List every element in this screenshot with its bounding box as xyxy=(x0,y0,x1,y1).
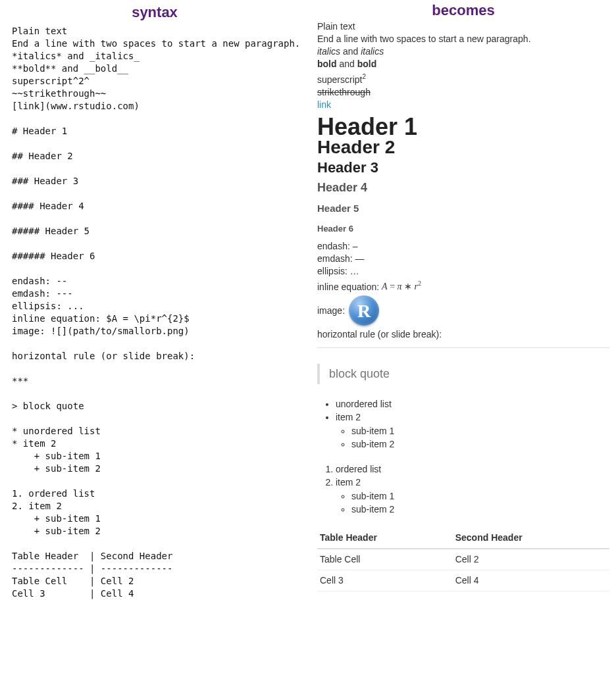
ol-i2: item 2 xyxy=(336,477,361,488)
src-h5: ##### Header 5 xyxy=(12,226,90,236)
horizontal-rule xyxy=(317,347,609,348)
src-ul2: * item 2 xyxy=(12,438,56,449)
list-item: sub-item 2 xyxy=(351,438,609,451)
src-italics: *italics* and _italics_ xyxy=(12,51,140,61)
out-h4: Header 4 xyxy=(317,182,609,194)
rendered-column: becomes Plain text End a line with two s… xyxy=(311,0,609,600)
out-and-1: and xyxy=(340,46,361,57)
out-eq-pi: π xyxy=(398,282,402,291)
out-ordered-list: ordered list item 2 sub-item 1 sub-item … xyxy=(317,463,609,517)
td: Table Cell xyxy=(317,549,453,570)
src-h2: ## Header 2 xyxy=(12,151,73,161)
syntax-code-block: Plain text End a line with two spaces to… xyxy=(12,25,297,600)
out-super-base: superscript xyxy=(317,74,362,85)
src-ol1: 1. ordered list xyxy=(12,488,95,499)
out-ellipsis: ellipsis: … xyxy=(317,265,609,278)
syntax-heading: syntax xyxy=(12,0,297,25)
src-hr-mark: *** xyxy=(12,376,28,386)
ol-s2: sub-item 2 xyxy=(351,504,394,514)
out-italics-2: italics xyxy=(361,46,384,57)
out-bold-1: bold xyxy=(317,59,337,69)
src-link: [link](www.rstudio.com) xyxy=(12,101,140,111)
src-hr-label: horizontal rule (or slide break): xyxy=(12,351,195,361)
becomes-heading: becomes xyxy=(317,0,609,20)
out-h5: Header 5 xyxy=(317,202,609,214)
src-ol-s2: + sub-item 2 xyxy=(12,526,101,536)
list-item: item 2 sub-item 1 sub-item 2 xyxy=(336,476,609,516)
src-h1: # Header 1 xyxy=(12,126,67,136)
out-italics-line: italics and italics xyxy=(317,45,609,58)
out-eq-exp: 2 xyxy=(418,280,421,288)
ul-i2: item 2 xyxy=(336,412,361,422)
out-link-line: link xyxy=(317,99,609,111)
src-ul1: * unordered list xyxy=(12,426,101,436)
list-item: sub-item 1 xyxy=(351,490,609,503)
src-h6: ###### Header 6 xyxy=(12,251,95,261)
th-2: Second Header xyxy=(453,528,609,549)
out-image-label: image: xyxy=(317,305,345,317)
ul-i1: unordered list xyxy=(336,399,392,409)
out-and-2: and xyxy=(337,59,357,69)
out-h2: Header 2 xyxy=(317,141,609,153)
src-tr2: Cell 3 | Cell 4 xyxy=(12,588,134,599)
out-h3: Header 3 xyxy=(317,161,609,174)
src-image: image: ![](path/to/smallorb.png) xyxy=(12,326,190,336)
out-h1: Header 1 xyxy=(317,120,609,133)
src-plain2: End a line with two spaces to start a ne… xyxy=(12,38,300,49)
out-endash: endash: – xyxy=(317,240,609,253)
td: Cell 2 xyxy=(453,549,609,570)
ul-s2: sub-item 2 xyxy=(351,439,394,449)
src-inlineeq: inline equation: $A = \pi*r^{2}$ xyxy=(12,313,190,324)
out-unordered-sublist: sub-item 1 sub-item 2 xyxy=(336,425,609,451)
out-bold-2: bold xyxy=(357,59,377,69)
list-item: sub-item 1 xyxy=(351,425,609,438)
src-ol2: 2. item 2 xyxy=(12,501,62,511)
src-superscript: superscript^2^ xyxy=(12,76,90,86)
syntax-column: syntax Plain text End a line with two sp… xyxy=(12,0,311,600)
ol-s1: sub-item 1 xyxy=(351,491,394,501)
out-bold-line: bold and bold xyxy=(317,58,609,70)
table-row: Table Header Second Header xyxy=(317,528,609,549)
th-1: Table Header xyxy=(317,528,453,549)
out-super-line: superscript2 xyxy=(317,70,609,86)
out-h6: Header 6 xyxy=(317,222,609,235)
list-item: sub-item 2 xyxy=(351,503,609,516)
out-eq-eq: = xyxy=(388,282,398,291)
out-plain2: End a line with two spaces to start a ne… xyxy=(317,33,609,45)
out-emdash: emdash: — xyxy=(317,253,609,265)
out-strike: strikethrough xyxy=(317,86,609,99)
out-eq-A: A xyxy=(382,282,388,291)
src-h3: ### Header 3 xyxy=(12,176,78,186)
src-bq: > block quote xyxy=(12,401,84,411)
cheatsheet-page: syntax Plain text End a line with two sp… xyxy=(0,0,616,613)
out-unordered-list: unordered list item 2 sub-item 1 sub-ite… xyxy=(317,397,609,452)
out-ordered-sublist: sub-item 1 sub-item 2 xyxy=(336,490,609,516)
out-link[interactable]: link xyxy=(317,99,331,110)
r-logo-icon: R xyxy=(349,295,379,326)
out-plain1: Plain text xyxy=(317,20,609,33)
list-item: unordered list xyxy=(336,398,609,411)
out-table: Table Header Second Header Table Cell Ce… xyxy=(317,528,609,591)
src-tsep: ------------- | ------------- xyxy=(12,563,172,574)
table-row: Cell 3 Cell 4 xyxy=(317,570,609,591)
ul-s1: sub-item 1 xyxy=(351,426,394,436)
out-eq-prefix: inline equation: xyxy=(317,281,382,291)
list-item: item 2 sub-item 1 sub-item 2 xyxy=(336,411,609,451)
src-tr1: Table Cell | Cell 2 xyxy=(12,576,134,586)
src-bold: **bold** and __bold__ xyxy=(12,63,128,74)
r-logo-letter: R xyxy=(357,305,371,317)
src-thead: Table Header | Second Header xyxy=(12,551,172,561)
src-h4: #### Header 4 xyxy=(12,201,84,211)
src-ol-s1: + sub-item 1 xyxy=(12,513,101,524)
out-image-line: image: R xyxy=(317,295,609,326)
table-row: Table Cell Cell 2 xyxy=(317,549,609,570)
out-super-exp: 2 xyxy=(362,73,366,80)
ol-i1: ordered list xyxy=(336,464,381,474)
src-ul-s1: + sub-item 1 xyxy=(12,451,101,461)
src-strike: ~~strikethrough~~ xyxy=(12,88,106,99)
src-plain1: Plain text xyxy=(12,26,67,36)
list-item: ordered list xyxy=(336,463,609,476)
out-eq-line: inline equation: A = π ∗ r2 xyxy=(317,278,609,293)
src-ellipsis: ellipsis: ... xyxy=(12,301,84,311)
out-hr-label: horizontal rule (or slide break): xyxy=(317,328,609,341)
